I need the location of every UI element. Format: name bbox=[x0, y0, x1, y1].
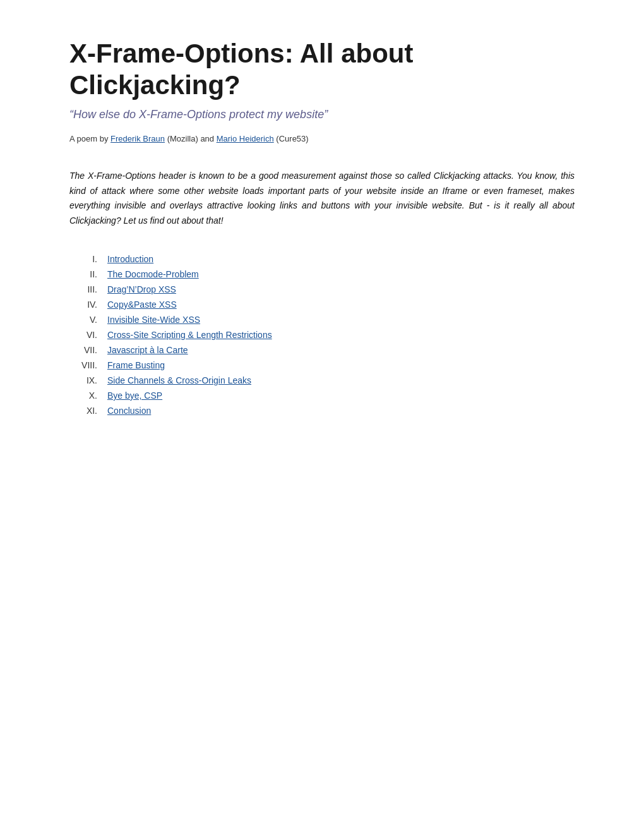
intro-paragraph: The X-Frame-Options header is known to b… bbox=[69, 169, 575, 229]
toc-link[interactable]: Frame Busting bbox=[107, 360, 165, 370]
toc-link[interactable]: Bye bye, CSP bbox=[107, 390, 162, 401]
toc-item: VIII.Frame Busting bbox=[69, 360, 575, 370]
subtitle: “How else do X-Frame-Options protect my … bbox=[69, 108, 575, 121]
toc-item: III.Drag’N’Drop XSS bbox=[69, 284, 575, 294]
toc-item: XI.Conclusion bbox=[69, 406, 575, 416]
author-prefix: A poem by bbox=[69, 134, 110, 143]
toc-numeral: II. bbox=[69, 269, 107, 279]
toc-numeral: I. bbox=[69, 254, 107, 264]
toc-numeral: VI. bbox=[69, 330, 107, 340]
author1-link[interactable]: Frederik Braun bbox=[110, 134, 165, 143]
page-container: X-Frame-Options: All about Clickjacking?… bbox=[0, 0, 644, 459]
author2-org: (Cure53) bbox=[276, 134, 308, 143]
toc-numeral: IX. bbox=[69, 375, 107, 385]
toc-numeral: X. bbox=[69, 390, 107, 401]
toc-item: VI.Cross-Site Scripting & Length Restric… bbox=[69, 330, 575, 340]
toc-item: I.Introduction bbox=[69, 254, 575, 264]
author1-org: (Mozilla) and bbox=[167, 134, 217, 143]
toc-item: X.Bye bye, CSP bbox=[69, 390, 575, 401]
toc-item: IV.Copy&Paste XSS bbox=[69, 299, 575, 310]
toc-link[interactable]: Drag’N’Drop XSS bbox=[107, 284, 176, 294]
toc-item: VII.Javascript à la Carte bbox=[69, 345, 575, 355]
toc-link[interactable]: Conclusion bbox=[107, 406, 151, 416]
toc-link[interactable]: The Docmode-Problem bbox=[107, 269, 199, 279]
toc-numeral: III. bbox=[69, 284, 107, 294]
toc-link[interactable]: Javascript à la Carte bbox=[107, 345, 188, 355]
toc-numeral: V. bbox=[69, 315, 107, 325]
toc-numeral: XI. bbox=[69, 406, 107, 416]
author2-link[interactable]: Mario Heiderich bbox=[217, 134, 274, 143]
toc-link[interactable]: Copy&Paste XSS bbox=[107, 299, 177, 310]
toc-numeral: IV. bbox=[69, 299, 107, 310]
toc-link[interactable]: Cross-Site Scripting & Length Restrictio… bbox=[107, 330, 272, 340]
toc-item: V.Invisible Site-Wide XSS bbox=[69, 315, 575, 325]
toc-item: II.The Docmode-Problem bbox=[69, 269, 575, 279]
author-line: A poem by Frederik Braun (Mozilla) and M… bbox=[69, 134, 575, 143]
toc-numeral: VIII. bbox=[69, 360, 107, 370]
table-of-contents: I.IntroductionII.The Docmode-ProblemIII.… bbox=[69, 254, 575, 416]
toc-link[interactable]: Invisible Site-Wide XSS bbox=[107, 315, 200, 325]
toc-item: IX.Side Channels & Cross-Origin Leaks bbox=[69, 375, 575, 385]
toc-numeral: VII. bbox=[69, 345, 107, 355]
main-title: X-Frame-Options: All about Clickjacking? bbox=[69, 38, 575, 102]
toc-link[interactable]: Introduction bbox=[107, 254, 153, 264]
toc-link[interactable]: Side Channels & Cross-Origin Leaks bbox=[107, 375, 251, 385]
